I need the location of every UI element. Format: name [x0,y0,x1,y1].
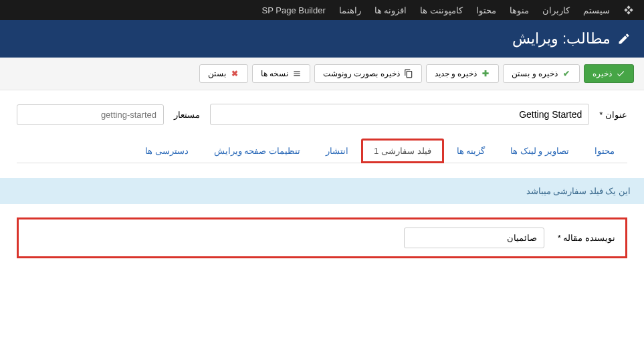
alias-input[interactable] [17,104,164,125]
page-titlebar: مطالب: ویرایش [0,20,644,58]
save-new-label: ذخیره و جدید [435,69,477,78]
form-area: عنوان * مستعار محتوا تصاویر و لینک ها گز… [0,90,644,177]
info-bar: این یک فیلد سفارشی میباشد [0,178,644,204]
action-toolbar: ذخیره ✔ ذخیره و بستن ✚ ذخیره و جدید ذخیر… [0,58,644,90]
author-field-label: نویسنده مقاله * [558,233,615,243]
plus-icon: ✚ [481,69,490,78]
topbar-extensions[interactable]: افزونه ها [374,5,407,15]
topbar-users[interactable]: کاربران [542,5,570,15]
alias-label: مستعار [174,110,200,120]
topbar-components[interactable]: کامپوننت ها [420,5,463,15]
topbar-content[interactable]: محتوا [476,5,496,15]
save-close-button[interactable]: ✔ ذخیره و بستن [503,64,580,83]
admin-topbar: سیستم کاربران منوها محتوا کامپوننت ها اف… [0,0,644,20]
tab-images-links[interactable]: تصاویر و لینک ها [498,139,582,163]
save-copy-label: ذخیره بصورت رونوشت [323,69,400,78]
save-button[interactable]: ذخیره [584,64,634,83]
author-field-input[interactable] [404,228,544,248]
close-label: بستن [208,69,226,78]
versions-icon [292,69,302,78]
save-label: ذخیره [593,69,612,78]
custom-field-section: نویسنده مقاله * [0,204,644,272]
save-new-button[interactable]: ✚ ذخیره و جدید [426,64,500,83]
save-close-label: ذخیره و بستن [512,69,558,78]
joomla-icon [623,5,634,15]
tab-content[interactable]: محتوا [582,139,627,163]
versions-label: نسخه ها [261,69,288,78]
tab-custom-field-1[interactable]: فیلد سفارشی 1 [361,139,443,163]
cancel-icon: ✖ [230,69,239,78]
pencil-icon [617,32,631,46]
close-button[interactable]: ✖ بستن [199,64,248,83]
versions-button[interactable]: نسخه ها [252,64,310,83]
save-copy-button[interactable]: ذخیره بصورت رونوشت [314,64,422,83]
check-icon: ✔ [562,69,571,78]
custom-field-highlight: نویسنده مقاله * [17,217,627,258]
topbar-menus[interactable]: منوها [510,5,529,15]
page-title: مطالب: ویرایش [512,30,611,48]
copy-icon [404,69,413,78]
title-row: عنوان * مستعار [17,104,627,125]
topbar-help[interactable]: راهنما [339,5,361,15]
apply-icon [616,69,625,78]
tab-edit-page-settings[interactable]: تنظیمات صفحه ویرایش [201,139,313,163]
topbar-sppagebuilder[interactable]: SP Page Builder [262,5,326,15]
tab-options[interactable]: گزینه ها [444,139,498,163]
title-input[interactable] [210,104,589,125]
topbar-system[interactable]: سیستم [583,5,610,15]
tabs-nav: محتوا تصاویر و لینک ها گزینه ها فیلد سفا… [17,139,627,163]
tab-publishing[interactable]: انتشار [313,139,361,163]
tab-permissions[interactable]: دسترسی ها [132,139,201,163]
title-label: عنوان * [599,110,627,120]
